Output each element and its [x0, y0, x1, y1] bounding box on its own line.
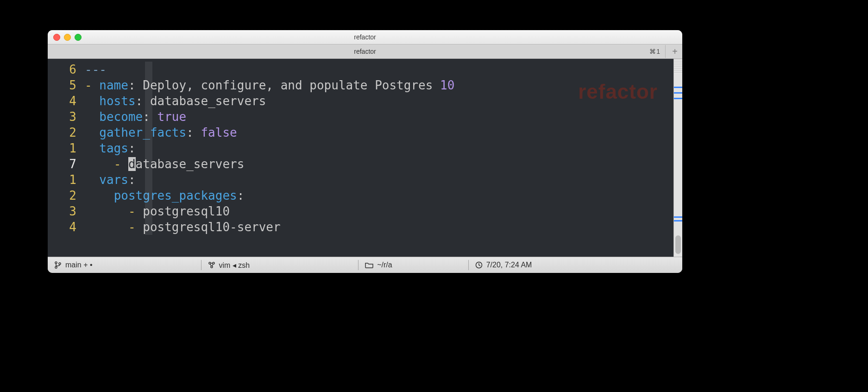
- folder-icon: [365, 261, 373, 269]
- status-time: 7/20, 7:24 AM: [469, 257, 539, 273]
- minimap-marker: [674, 216, 682, 218]
- code-line[interactable]: 3 become: true: [48, 109, 673, 125]
- code-line[interactable]: 4 hosts: database_servers: [48, 93, 673, 109]
- minimap-marker: [674, 92, 682, 94]
- tab-active[interactable]: refactor: [354, 48, 376, 55]
- svg-point-4: [213, 262, 214, 264]
- status-process[interactable]: vim ◂ zsh: [201, 257, 257, 273]
- window-title: refactor: [48, 33, 682, 41]
- minimize-window-button[interactable]: [64, 34, 71, 41]
- code-line[interactable]: 7 - database_servers: [48, 156, 673, 172]
- code-line[interactable]: 3 - postgresql10: [48, 203, 673, 219]
- minimap-marker: [674, 220, 682, 221]
- status-path-text: ~/r/a: [377, 261, 392, 269]
- line-number: 3: [48, 109, 82, 125]
- tab-shortcut-label: ⌘1: [649, 48, 660, 55]
- code-content: ---: [85, 62, 107, 77]
- status-process-text: vim ◂ zsh: [219, 261, 250, 270]
- zoom-window-button[interactable]: [75, 34, 82, 41]
- code-content: - postgresql10-server: [85, 219, 281, 235]
- line-number: 1: [48, 172, 82, 188]
- node-icon: [208, 261, 215, 269]
- minimap-marker: [674, 98, 682, 99]
- line-number: 4: [48, 219, 82, 235]
- minimap-marker: [674, 87, 682, 88]
- line-number: 5: [48, 77, 82, 93]
- code-line[interactable]: 1 tags:: [48, 140, 673, 156]
- cursor: d: [128, 157, 136, 171]
- scrollbar-thumb[interactable]: [675, 235, 681, 254]
- code-content: gather_facts: false: [85, 125, 237, 140]
- new-tab-button[interactable]: +: [665, 45, 680, 58]
- code-content: hosts: database_servers: [85, 93, 266, 109]
- tab-bar: refactor ⌘1 +: [48, 44, 682, 59]
- code-content: - database_servers: [85, 156, 244, 172]
- code-editor[interactable]: refactor 6---5- name: Deploy, configure,…: [48, 59, 673, 257]
- line-number: 6: [48, 62, 82, 77]
- code-content: - name: Deploy, configure, and populate …: [85, 77, 454, 93]
- code-line[interactable]: 2 gather_facts: false: [48, 125, 673, 140]
- code-content: become: true: [85, 109, 186, 125]
- minimap-region: [674, 59, 682, 74]
- code-content: - postgresql10: [85, 203, 230, 219]
- terminal-window: refactor refactor ⌘1 + refactor 6---5- n…: [48, 30, 682, 273]
- line-number: 2: [48, 188, 82, 203]
- line-number: 3: [48, 203, 82, 219]
- editor-area: refactor 6---5- name: Deploy, configure,…: [48, 59, 682, 257]
- line-number: 1: [48, 140, 82, 156]
- titlebar: refactor: [48, 30, 682, 44]
- status-branch[interactable]: main + •: [48, 257, 99, 273]
- branch-icon: [54, 261, 62, 269]
- svg-point-2: [59, 263, 61, 265]
- close-window-button[interactable]: [53, 34, 60, 41]
- line-number: 4: [48, 93, 82, 109]
- code-line[interactable]: 4 - postgresql10-server: [48, 219, 673, 235]
- code-content: postgres_packages:: [85, 188, 244, 203]
- code-line[interactable]: 5- name: Deploy, configure, and populate…: [48, 77, 673, 93]
- traffic-lights: [48, 34, 82, 41]
- status-path[interactable]: ~/r/a: [359, 257, 398, 273]
- code-line[interactable]: 2 postgres_packages:: [48, 188, 673, 203]
- code-line[interactable]: 6---: [48, 62, 673, 77]
- line-number: 7: [48, 156, 82, 172]
- svg-point-5: [211, 266, 213, 268]
- status-bar: main + • vim ◂ zsh ~/r/a: [48, 257, 682, 273]
- code-content: vars:: [85, 172, 136, 188]
- clock-icon: [475, 261, 483, 269]
- code-content: tags:: [85, 140, 136, 156]
- line-number: 2: [48, 125, 82, 140]
- svg-point-1: [55, 266, 57, 268]
- scrollbar[interactable]: [673, 59, 682, 257]
- status-time-text: 7/20, 7:24 AM: [486, 261, 532, 269]
- code-line[interactable]: 1 vars:: [48, 172, 673, 188]
- svg-point-0: [55, 262, 57, 264]
- svg-point-3: [209, 262, 211, 264]
- status-branch-text: main + •: [65, 261, 93, 269]
